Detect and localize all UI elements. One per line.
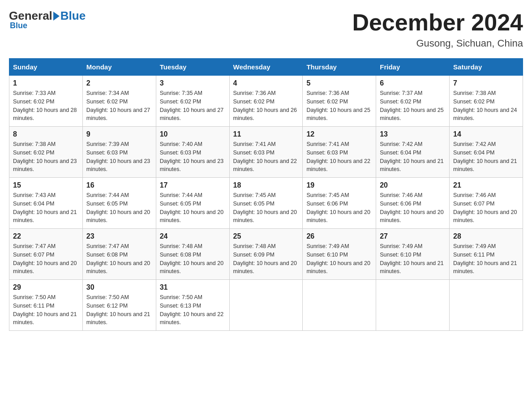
day-number: 13 [380, 130, 446, 138]
calendar-cell: 14Sunrise: 7:42 AMSunset: 6:04 PMDayligh… [450, 127, 523, 178]
calendar-cell: 1Sunrise: 7:33 AMSunset: 6:02 PMDaylight… [9, 76, 83, 127]
day-number: 24 [160, 232, 226, 240]
day-number: 29 [13, 283, 79, 291]
day-number: 28 [453, 232, 519, 240]
calendar-table: SundayMondayTuesdayWednesdayThursdayFrid… [9, 58, 523, 331]
day-header-monday: Monday [82, 59, 156, 76]
day-info: Sunrise: 7:50 AMSunset: 6:13 PMDaylight:… [160, 293, 226, 327]
calendar-cell: 26Sunrise: 7:49 AMSunset: 6:10 PMDayligh… [303, 229, 376, 280]
day-info: Sunrise: 7:49 AMSunset: 6:10 PMDaylight:… [306, 242, 372, 276]
day-number: 15 [13, 181, 79, 189]
calendar-cell: 21Sunrise: 7:46 AMSunset: 6:07 PMDayligh… [450, 178, 523, 229]
calendar-cell: 23Sunrise: 7:47 AMSunset: 6:08 PMDayligh… [82, 229, 156, 280]
calendar-cell: 7Sunrise: 7:38 AMSunset: 6:02 PMDaylight… [450, 76, 523, 127]
day-number: 16 [86, 181, 152, 189]
day-number: 14 [453, 130, 519, 138]
day-info: Sunrise: 7:34 AMSunset: 6:02 PMDaylight:… [86, 89, 152, 123]
day-number: 6 [380, 79, 446, 87]
calendar-cell: 22Sunrise: 7:47 AMSunset: 6:07 PMDayligh… [9, 229, 83, 280]
day-number: 5 [306, 79, 372, 87]
day-number: 17 [160, 181, 226, 189]
calendar-cell: 17Sunrise: 7:44 AMSunset: 6:05 PMDayligh… [156, 178, 229, 229]
day-info: Sunrise: 7:43 AMSunset: 6:04 PMDaylight:… [13, 191, 79, 225]
day-number: 31 [160, 283, 226, 291]
day-number: 20 [380, 181, 446, 189]
day-info: Sunrise: 7:48 AMSunset: 6:08 PMDaylight:… [160, 242, 226, 276]
calendar-cell: 15Sunrise: 7:43 AMSunset: 6:04 PMDayligh… [9, 178, 83, 229]
calendar-cell: 11Sunrise: 7:41 AMSunset: 6:03 PMDayligh… [229, 127, 303, 178]
day-number: 10 [160, 130, 226, 138]
day-info: Sunrise: 7:46 AMSunset: 6:06 PMDaylight:… [380, 191, 446, 225]
calendar-cell [450, 280, 523, 331]
day-header-wednesday: Wednesday [229, 59, 303, 76]
day-info: Sunrise: 7:44 AMSunset: 6:05 PMDaylight:… [86, 191, 152, 225]
day-number: 3 [160, 79, 226, 87]
calendar-cell: 20Sunrise: 7:46 AMSunset: 6:06 PMDayligh… [376, 178, 450, 229]
day-info: Sunrise: 7:49 AMSunset: 6:10 PMDaylight:… [380, 242, 446, 276]
day-info: Sunrise: 7:46 AMSunset: 6:07 PMDaylight:… [453, 191, 519, 225]
day-number: 27 [380, 232, 446, 240]
day-number: 25 [233, 232, 299, 240]
location: Gusong, Sichuan, China [352, 38, 523, 49]
calendar-cell [229, 280, 303, 331]
day-number: 2 [86, 79, 152, 87]
day-info: Sunrise: 7:36 AMSunset: 6:02 PMDaylight:… [233, 89, 299, 123]
day-number: 30 [86, 283, 152, 291]
day-info: Sunrise: 7:45 AMSunset: 6:06 PMDaylight:… [306, 191, 372, 225]
day-info: Sunrise: 7:42 AMSunset: 6:04 PMDaylight:… [380, 140, 446, 174]
day-number: 12 [306, 130, 372, 138]
day-info: Sunrise: 7:42 AMSunset: 6:04 PMDaylight:… [453, 140, 519, 174]
calendar-cell: 4Sunrise: 7:36 AMSunset: 6:02 PMDaylight… [229, 76, 303, 127]
calendar-cell: 16Sunrise: 7:44 AMSunset: 6:05 PMDayligh… [82, 178, 156, 229]
day-info: Sunrise: 7:47 AMSunset: 6:07 PMDaylight:… [13, 242, 79, 276]
title-block: December 2024 Gusong, Sichuan, China [352, 9, 523, 49]
calendar-cell: 3Sunrise: 7:35 AMSunset: 6:02 PMDaylight… [156, 76, 229, 127]
day-number: 8 [13, 130, 79, 138]
day-number: 26 [306, 232, 372, 240]
calendar-cell: 12Sunrise: 7:41 AMSunset: 6:03 PMDayligh… [303, 127, 376, 178]
day-info: Sunrise: 7:44 AMSunset: 6:05 PMDaylight:… [160, 191, 226, 225]
day-info: Sunrise: 7:38 AMSunset: 6:02 PMDaylight:… [453, 89, 519, 123]
calendar-cell: 19Sunrise: 7:45 AMSunset: 6:06 PMDayligh… [303, 178, 376, 229]
day-number: 23 [86, 232, 152, 240]
day-info: Sunrise: 7:38 AMSunset: 6:02 PMDaylight:… [13, 140, 79, 174]
day-header-thursday: Thursday [303, 59, 376, 76]
calendar-cell: 8Sunrise: 7:38 AMSunset: 6:02 PMDaylight… [9, 127, 83, 178]
calendar-cell: 10Sunrise: 7:40 AMSunset: 6:03 PMDayligh… [156, 127, 229, 178]
day-number: 7 [453, 79, 519, 87]
calendar-cell: 2Sunrise: 7:34 AMSunset: 6:02 PMDaylight… [82, 76, 156, 127]
day-info: Sunrise: 7:50 AMSunset: 6:11 PMDaylight:… [13, 293, 79, 327]
calendar-cell: 27Sunrise: 7:49 AMSunset: 6:10 PMDayligh… [376, 229, 450, 280]
day-info: Sunrise: 7:45 AMSunset: 6:05 PMDaylight:… [233, 191, 299, 225]
calendar-cell: 29Sunrise: 7:50 AMSunset: 6:11 PMDayligh… [9, 280, 83, 331]
day-info: Sunrise: 7:50 AMSunset: 6:12 PMDaylight:… [86, 293, 152, 327]
calendar-cell: 25Sunrise: 7:48 AMSunset: 6:09 PMDayligh… [229, 229, 303, 280]
day-number: 21 [453, 181, 519, 189]
day-info: Sunrise: 7:35 AMSunset: 6:02 PMDaylight:… [160, 89, 226, 123]
calendar-cell: 13Sunrise: 7:42 AMSunset: 6:04 PMDayligh… [376, 127, 450, 178]
logo-blue: Blue [60, 9, 86, 23]
logo-underline: Blue [9, 21, 27, 30]
day-number: 1 [13, 79, 79, 87]
day-info: Sunrise: 7:40 AMSunset: 6:03 PMDaylight:… [160, 140, 226, 174]
day-header-sunday: Sunday [9, 59, 83, 76]
day-number: 11 [233, 130, 299, 138]
calendar-cell: 18Sunrise: 7:45 AMSunset: 6:05 PMDayligh… [229, 178, 303, 229]
calendar-cell: 30Sunrise: 7:50 AMSunset: 6:12 PMDayligh… [82, 280, 156, 331]
page-header: General Blue Blue December 2024 Gusong, … [9, 9, 523, 49]
day-number: 22 [13, 232, 79, 240]
day-header-friday: Friday [376, 59, 450, 76]
day-number: 19 [306, 181, 372, 189]
calendar-cell: 5Sunrise: 7:36 AMSunset: 6:02 PMDaylight… [303, 76, 376, 127]
calendar-cell: 31Sunrise: 7:50 AMSunset: 6:13 PMDayligh… [156, 280, 229, 331]
calendar-cell: 28Sunrise: 7:49 AMSunset: 6:11 PMDayligh… [450, 229, 523, 280]
day-number: 9 [86, 130, 152, 138]
calendar-cell [376, 280, 450, 331]
day-info: Sunrise: 7:41 AMSunset: 6:03 PMDaylight:… [233, 140, 299, 174]
month-title: December 2024 [352, 9, 523, 36]
day-info: Sunrise: 7:48 AMSunset: 6:09 PMDaylight:… [233, 242, 299, 276]
logo-triangle-icon [53, 12, 60, 21]
calendar-cell [303, 280, 376, 331]
day-info: Sunrise: 7:37 AMSunset: 6:02 PMDaylight:… [380, 89, 446, 123]
day-info: Sunrise: 7:47 AMSunset: 6:08 PMDaylight:… [86, 242, 152, 276]
